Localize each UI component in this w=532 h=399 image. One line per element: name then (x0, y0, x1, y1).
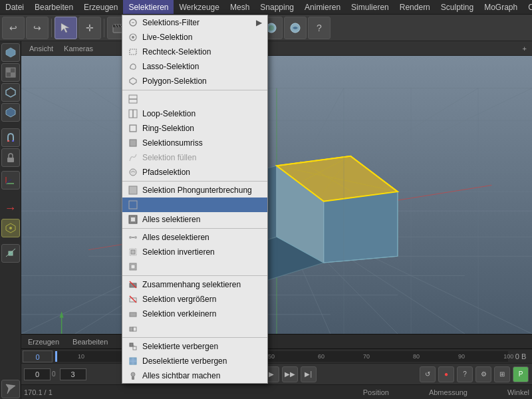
svg-rect-135 (130, 343, 133, 346)
svg-rect-136 (133, 346, 136, 350)
svg-point-141 (131, 372, 135, 376)
svg-rect-107 (130, 49, 136, 55)
dd-invert[interactable]: Alles selektieren (122, 212, 267, 227)
show-all-icon (128, 309, 138, 319)
svg-rect-120 (131, 217, 135, 221)
svg-rect-134 (133, 327, 136, 331)
svg-marker-108 (130, 78, 136, 84)
connected-icon (128, 232, 138, 243)
invert-vis-icon (128, 323, 138, 334)
dd-show-all[interactable]: Selektion verkleinern (122, 307, 267, 321)
sep-2 (122, 181, 267, 182)
svg-point-122 (134, 236, 137, 239)
grow-icon (128, 247, 138, 257)
dd-all-select[interactable]: Selektion Phongunterbrechung (122, 183, 267, 198)
loop-sel-icon (128, 94, 138, 104)
ring-sel-icon (128, 108, 138, 119)
dd-grow[interactable]: Selektion invertieren (122, 245, 267, 259)
svg-rect-118 (129, 201, 137, 209)
dd-phong[interactable]: Pfadselektion (122, 165, 267, 180)
dropdown-overlay[interactable]: Selektions-Filter ▶ Live-Selektion Recht… (0, 0, 532, 399)
svg-rect-117 (129, 186, 137, 194)
dd-freeze[interactable]: Deselektierte verbergen (122, 354, 267, 368)
submenu-arrow: ▶ (256, 18, 262, 27)
outline-sel-icon (128, 123, 138, 134)
shrink-icon (128, 261, 138, 272)
svg-rect-115 (130, 140, 136, 146)
path-sel-icon (128, 152, 138, 163)
sep-4 (122, 275, 267, 276)
dd-filter[interactable]: Selektions-Filter ▶ (122, 15, 267, 30)
fill-sel-icon (128, 138, 138, 148)
all-sel-icon (128, 185, 138, 196)
dd-weight[interactable]: Alles sichtbar machen (122, 368, 267, 383)
weight-icon (128, 370, 138, 381)
lasso-sel-icon (128, 61, 138, 72)
dd-live[interactable]: Live-Selektion (122, 30, 267, 45)
filter-icon (128, 17, 138, 28)
hide-desel-icon (128, 294, 138, 305)
hide-sel-icon (128, 279, 138, 290)
selektieren-menu: Selektions-Filter ▶ Live-Selektion Recht… (122, 15, 268, 384)
convert-icon (128, 341, 138, 352)
svg-rect-142 (132, 376, 134, 380)
svg-point-116 (130, 169, 136, 176)
dd-convert[interactable]: Selektierte verbergen (122, 339, 267, 354)
dd-loop[interactable] (122, 92, 267, 106)
sep-1 (122, 90, 267, 90)
svg-rect-124 (131, 250, 135, 254)
svg-rect-114 (130, 126, 136, 131)
dd-polygon[interactable]: Polygon-Selektion (122, 74, 267, 88)
dd-lasso[interactable]: Lasso-Selektion (122, 59, 267, 74)
live-sel-icon (128, 32, 138, 43)
desel-icon (128, 200, 138, 210)
dd-shrink[interactable] (122, 259, 267, 274)
sep-5 (122, 337, 267, 338)
rect-sel-icon (128, 47, 138, 57)
dd-fill[interactable]: Selektionsumriss (122, 136, 267, 150)
polygon-sel-icon (128, 76, 138, 86)
dd-ring[interactable]: Loop-Selektion (122, 106, 267, 121)
svg-rect-133 (130, 327, 133, 331)
svg-rect-132 (130, 313, 136, 317)
freeze-icon (128, 356, 138, 366)
dd-invert-vis[interactable] (122, 321, 267, 336)
dd-connected[interactable]: Alles deselektieren (122, 230, 267, 245)
svg-rect-127 (131, 265, 135, 269)
dd-hide-desel[interactable]: Selektion vergrößern (122, 292, 267, 307)
dd-path: Selektion füllen (122, 150, 267, 165)
svg-point-121 (129, 236, 132, 239)
dd-hide-sel[interactable]: Zusammenhang selektieren (122, 277, 267, 292)
dd-rect[interactable]: Rechteck-Selektion (122, 45, 267, 59)
svg-point-106 (132, 36, 134, 39)
dd-deselect[interactable] (122, 198, 267, 212)
invert-sel-icon (128, 214, 138, 225)
dd-outline[interactable]: Ring-Selektion (122, 121, 267, 136)
sep-3 (122, 228, 267, 229)
phong-icon (128, 167, 138, 178)
